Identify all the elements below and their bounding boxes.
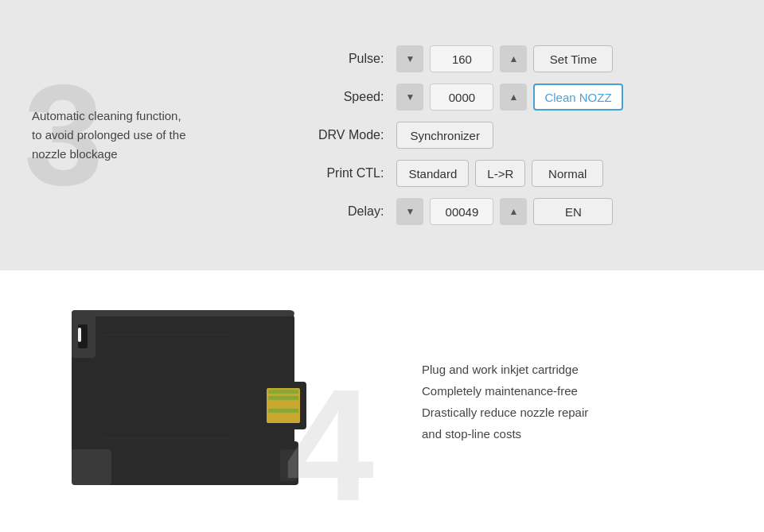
left-panel: 3 Automatic cleaning function, to avoid … [0, 0, 294, 270]
speed-down-button[interactable]: ▼ [396, 83, 423, 111]
print-ctl-controls: Standard L->R Normal [396, 160, 622, 187]
speed-value: 0000 [430, 83, 493, 111]
svg-rect-8 [268, 390, 298, 394]
right-text-panel: Plug and work inkjet cartridge Completel… [414, 335, 764, 468]
svg-rect-9 [268, 396, 298, 400]
controls-grid: Pulse: ▼ 160 ▲ Set Time Speed: ▼ 0000 ▲ … [318, 45, 623, 225]
top-section: 3 Automatic cleaning function, to avoid … [0, 0, 764, 270]
right-panel: Pulse: ▼ 160 ▲ Set Time Speed: ▼ 0000 ▲ … [294, 0, 764, 270]
svg-rect-1 [72, 310, 294, 316]
delay-value: 00049 [430, 198, 493, 225]
description-text: Automatic cleaning function, to avoid pr… [32, 107, 185, 164]
delay-label: Delay: [318, 204, 384, 219]
speed-controls: ▼ 0000 ▲ Clean NOZZ [396, 83, 622, 111]
drv-label: DRV Mode: [318, 128, 384, 142]
bottom-line3: Drastically reduce nozzle repair [422, 406, 588, 419]
speed-label: Speed: [318, 90, 384, 104]
pulse-down-button[interactable]: ▼ [396, 45, 423, 72]
print-lr-button[interactable]: L->R [475, 160, 525, 187]
delay-controls: ▼ 00049 ▲ EN [396, 198, 622, 225]
delay-up-button[interactable]: ▲ [500, 198, 527, 225]
bottom-line1: Plug and work inkjet cartridge [422, 363, 579, 376]
svg-rect-10 [268, 402, 298, 406]
print-ctl-label: Print CTL: [318, 166, 384, 181]
cartridge-svg [56, 294, 358, 509]
speed-up-button[interactable]: ▲ [500, 83, 527, 111]
delay-down-button[interactable]: ▼ [396, 198, 423, 225]
svg-rect-11 [268, 409, 298, 413]
description-line3: nozzle blockage [32, 147, 118, 161]
drv-controls: Synchronizer [396, 122, 622, 149]
print-standard-button[interactable]: Standard [396, 160, 469, 187]
svg-rect-14 [103, 437, 231, 439]
bottom-line2: Completely maintenance-free [422, 384, 578, 398]
description-line1: Automatic cleaning function, [32, 109, 181, 122]
pulse-label: Pulse: [318, 52, 384, 66]
pulse-controls: ▼ 160 ▲ Set Time [396, 45, 622, 72]
bottom-section: 4 Plug and work inkjet cartridge Complet… [0, 270, 764, 532]
set-time-button[interactable]: Set Time [533, 45, 613, 72]
bottom-line4: and stop-line costs [422, 427, 521, 441]
delay-en-button[interactable]: EN [533, 198, 613, 225]
svg-rect-16 [280, 449, 297, 481]
pulse-value: 160 [430, 45, 493, 72]
description-line2: to avoid prolonged use of the [32, 128, 185, 142]
svg-rect-13 [103, 334, 231, 336]
clean-nozz-button[interactable]: Clean NOZZ [533, 83, 622, 111]
svg-rect-12 [268, 415, 298, 419]
drv-value: Synchronizer [396, 122, 493, 149]
svg-rect-5 [72, 449, 111, 485]
print-normal-button[interactable]: Normal [532, 160, 603, 187]
pulse-up-button[interactable]: ▲ [500, 45, 527, 72]
svg-rect-4 [78, 328, 81, 342]
cartridge-container: 4 [56, 294, 358, 509]
image-panel: 4 [0, 270, 414, 532]
